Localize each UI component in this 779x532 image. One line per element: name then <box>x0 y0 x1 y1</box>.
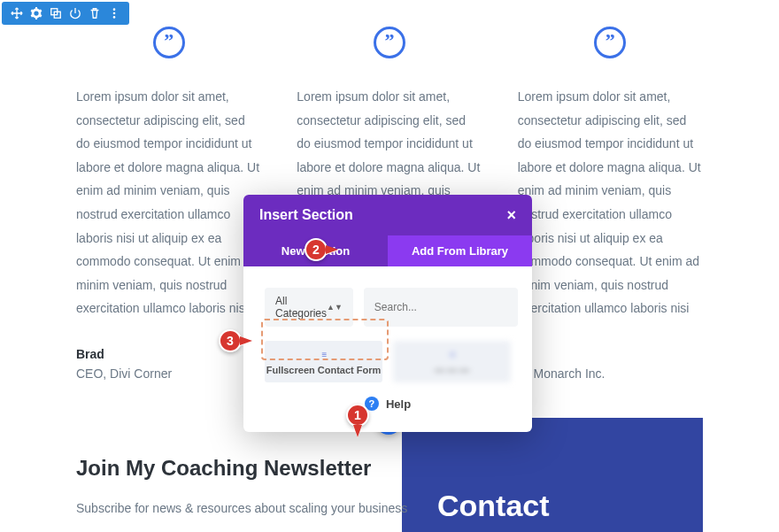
help-label: Help <box>386 397 411 411</box>
library-card-title: Fullscreen Contact Form <box>265 365 382 375</box>
chevron-updown-icon: ▲▼ <box>327 303 343 312</box>
testimonial-name: er <box>518 347 703 361</box>
marker-number: 2 <box>305 238 328 261</box>
quote-icon: ” <box>153 27 185 58</box>
category-select[interactable]: All Categories ▲▼ <box>265 288 353 327</box>
quote-icon: ” <box>374 27 405 58</box>
svg-point-3 <box>113 12 116 15</box>
section-toolbar[interactable] <box>2 2 129 25</box>
marker-2: 2 <box>305 238 338 261</box>
testimonial-role: D, Monarch Inc. <box>518 366 703 381</box>
close-icon[interactable]: × <box>506 207 516 223</box>
insert-section-modal: Insert Section × New Section Add From Li… <box>243 195 532 432</box>
tab-label: Add From Library <box>412 244 508 258</box>
testimonial-3: ” Lorem ipsum dolor sit amet, consectetu… <box>518 27 703 381</box>
gear-icon[interactable] <box>28 5 44 21</box>
duplicate-icon[interactable] <box>48 5 64 21</box>
newsletter-sub: Subscribe for news & resources about sca… <box>76 498 703 520</box>
marker-number: 3 <box>219 329 242 352</box>
testimonial-body: Lorem ipsum dolor sit amet, consectetur … <box>76 85 261 320</box>
power-icon[interactable] <box>67 5 83 21</box>
trash-icon[interactable] <box>87 5 103 21</box>
marker-1: 1 <box>346 404 369 437</box>
modal-title: Insert Section <box>259 207 353 223</box>
testimonial-body: Lorem ipsum dolor sit amet, consectetur … <box>518 85 703 320</box>
modal-header: Insert Section × <box>243 195 532 235</box>
library-card-fullscreen-contact-form[interactable]: ≡ Fullscreen Contact Form <box>265 341 382 382</box>
svg-point-4 <box>113 16 116 19</box>
newsletter-heading: Join My Coaching Newsletter <box>76 456 703 481</box>
select-value: All Categories <box>275 295 327 320</box>
testimonial-role: CEO, Divi Corner <box>76 366 261 381</box>
modal-tabs: New Section Add From Library <box>243 235 532 266</box>
marker-3: 3 <box>219 329 252 352</box>
tab-add-from-library[interactable]: Add From Library <box>388 235 532 266</box>
marker-number: 1 <box>346 404 369 427</box>
quote-icon: ” <box>594 27 626 58</box>
testimonial-1: ” Lorem ipsum dolor sit amet, consectetu… <box>76 27 261 381</box>
layout-icon: ≡ <box>265 350 382 359</box>
help-link[interactable]: ? Help <box>265 397 511 411</box>
search-input[interactable] <box>364 288 518 327</box>
newsletter-section: Join My Coaching Newsletter Subscribe fo… <box>0 456 779 520</box>
svg-point-2 <box>113 8 116 11</box>
more-icon[interactable] <box>106 5 122 21</box>
library-card-placeholder: ≡ — — — <box>393 341 511 382</box>
move-icon[interactable] <box>9 5 25 21</box>
